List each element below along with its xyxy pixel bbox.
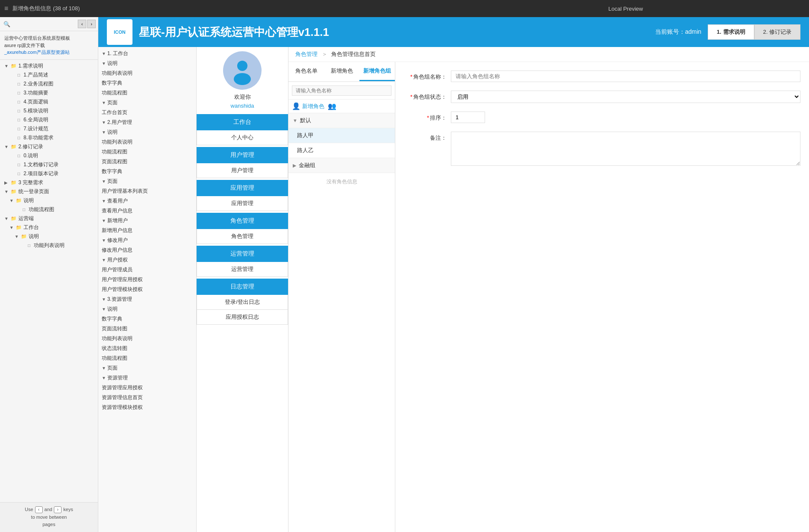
nav-res-func-flow[interactable]: 功能流程图	[98, 353, 196, 363]
nav-user-page-flow[interactable]: 页面流程图	[98, 157, 196, 167]
tree-item-revision[interactable]: ▼ 📁 2.修订记录	[0, 142, 98, 151]
tree-item-ops[interactable]: ▼ 📁 运营端	[0, 214, 98, 223]
nav-btn-log-app-auth[interactable]: 应用授权日志	[197, 310, 288, 325]
nav-res-dict[interactable]: 数字字典	[98, 314, 196, 324]
tree-item-complete[interactable]: ▶ 📁 3 完整需求	[0, 178, 98, 187]
nav-res-pages[interactable]: ▼页面	[98, 363, 196, 373]
tree-item-needs[interactable]: ▼ 📁 1.需求说明	[0, 62, 98, 71]
nav-btn-user-mgmt-sub[interactable]: 用户管理	[197, 163, 288, 178]
nav-btn-ops-mgmt[interactable]: 运营管理	[197, 246, 288, 262]
nav-btn-log-login[interactable]: 登录/登出日志	[197, 295, 288, 310]
role-group-finance[interactable]: ▶ 金融组	[288, 158, 395, 173]
form-row-sort: 排序：	[404, 112, 800, 123]
nav-res-app-auth[interactable]: 资源管理应用授权	[98, 383, 196, 393]
nav-prev-button[interactable]: ‹	[78, 20, 86, 28]
role-item-luren-jia[interactable]: 路人甲	[288, 128, 395, 143]
breadcrumb: 角色管理 ＞ 角色管理信息首页	[288, 47, 809, 62]
left-key-icon: ‹	[35, 506, 43, 513]
tree-item-design[interactable]: □ 7.设计规范	[0, 124, 98, 133]
add-role-group-button[interactable]: 👥	[328, 102, 336, 110]
role-search-bar	[288, 82, 395, 100]
nav-user-module-auth[interactable]: 用户管理模块授权	[98, 285, 196, 294]
nav-btn-role-mgmt[interactable]: 角色管理	[197, 213, 288, 229]
nav-desc[interactable]: ▼说明	[98, 59, 196, 68]
tree-item-login[interactable]: ▼ 📁 统一登录页面	[0, 187, 98, 196]
tree-item-nonfunc[interactable]: □ 8.非功能需求	[0, 133, 98, 142]
nav-res-desc[interactable]: ▼说明	[98, 304, 196, 314]
form-input-sort[interactable]	[451, 112, 485, 123]
nav-res-module-auth[interactable]: 资源管理模块授权	[98, 403, 196, 412]
nav-add-user[interactable]: ▼新增用户	[98, 216, 196, 226]
nav-workbench[interactable]: ▼1. 工作台	[98, 49, 196, 59]
nav-user-desc[interactable]: ▼说明	[98, 127, 196, 137]
tree-item-func-list[interactable]: □ 功能列表说明	[0, 241, 98, 250]
nav-next-button[interactable]: ›	[87, 20, 96, 28]
nav-edit-user[interactable]: ▼修改用户	[98, 235, 196, 245]
tab-role-list[interactable]: 角色名单	[288, 62, 324, 81]
no-role-info: 没有角色信息	[288, 173, 395, 191]
form-input-group-name[interactable]	[451, 71, 800, 82]
tab-add-role[interactable]: 新增角色	[324, 62, 359, 81]
tree-item-module[interactable]: □ 5.模块说明	[0, 106, 98, 115]
nav-user-func[interactable]: 功能列表说明	[98, 137, 196, 147]
nav-user-flow[interactable]: 功能流程图	[98, 147, 196, 157]
tree-item-workbench[interactable]: ▼ 📁 工作台	[0, 223, 98, 232]
nav-btn-workbench[interactable]: 工作台	[197, 114, 288, 130]
form-textarea-remark[interactable]	[451, 132, 800, 166]
header-tab-needs[interactable]: 1. 需求说明	[708, 24, 754, 40]
nav-btn-role-mgmt-sub[interactable]: 角色管理	[197, 229, 288, 244]
page-icon: □	[15, 135, 22, 141]
nav-res-home[interactable]: 资源管理信息首页	[98, 393, 196, 403]
nav-resource-mgmt[interactable]: ▼3.资源管理	[98, 294, 196, 304]
role-group-default[interactable]: ▼ 默认	[288, 113, 395, 128]
app-layout: 欢迎你 wanshida 工作台 个人中心 用户管理 用户管理 应用管理 应用管…	[197, 47, 809, 532]
add-role-button[interactable]: 👤 新增角色	[292, 102, 324, 110]
nav-user-dict[interactable]: 数字字典	[98, 167, 196, 176]
sidebar-search-input[interactable]	[12, 21, 76, 27]
nav-user-app-auth[interactable]: 用户管理应用授权	[98, 275, 196, 285]
tab-add-role-group[interactable]: 新增角色组	[359, 62, 395, 81]
nav-user-mgmt[interactable]: ▼2.用户管理	[98, 118, 196, 127]
nav-btn-ops-mgmt-sub[interactable]: 运营管理	[197, 262, 288, 277]
tree-item-r1[interactable]: □ 1.文档修订记录	[0, 160, 98, 169]
nav-add-user-info[interactable]: 新增用户信息	[98, 226, 196, 235]
nav-res-page-flow[interactable]: 页面流转图	[98, 324, 196, 334]
nav-btn-log-mgmt[interactable]: 日志管理	[197, 279, 288, 295]
role-search-input[interactable]	[292, 85, 391, 96]
tree-item-flow[interactable]: □ 2.业务流程图	[0, 79, 98, 88]
breadcrumb-role[interactable]: 角色管理	[295, 51, 318, 57]
nav-view-user[interactable]: ▼查看用户	[98, 196, 196, 206]
nav-pages[interactable]: ▼页面	[98, 98, 196, 108]
nav-btn-app-mgmt-sub[interactable]: 应用管理	[197, 196, 288, 211]
nav-res-state-flow[interactable]: 状态流转图	[98, 344, 196, 353]
nav-user-auth[interactable]: ▼用户授权	[98, 255, 196, 265]
nav-btn-user-mgmt[interactable]: 用户管理	[197, 147, 288, 163]
tree-item-r0[interactable]: □ 0.说明	[0, 151, 98, 160]
nav-dict[interactable]: 数字字典	[98, 78, 196, 88]
sidebar-tree: ▼ 📁 1.需求说明 □ 1.产品简述 □ 2.业务流程图 □ 3.功能摘要	[0, 60, 98, 503]
tree-item-wb-desc[interactable]: ▼ 📁 说明	[0, 232, 98, 241]
nav-res-mgmt[interactable]: ▼资源管理	[98, 373, 196, 383]
nav-user-list[interactable]: 用户管理基本列表页	[98, 186, 196, 196]
nav-func-list[interactable]: 功能列表说明	[98, 68, 196, 78]
tree-item-func-flow[interactable]: □ 功能流程图	[0, 205, 98, 214]
tree-item-global[interactable]: □ 6.全局说明	[0, 115, 98, 124]
role-item-luren-yi[interactable]: 路人乙	[288, 143, 395, 158]
nav-group-workbench: 工作台 个人中心	[197, 114, 288, 145]
nav-btn-personal[interactable]: 个人中心	[197, 130, 288, 145]
header-tab-revision[interactable]: 2. 修订记录	[754, 24, 800, 40]
tree-item-product[interactable]: □ 1.产品简述	[0, 71, 98, 79]
tree-item-pagelogic[interactable]: □ 4.页面逻辑	[0, 97, 98, 106]
form-select-status[interactable]: 启用 禁用	[451, 91, 800, 103]
tree-item-r2[interactable]: □ 2.项目版本记录	[0, 169, 98, 178]
nav-user-pages[interactable]: ▼页面	[98, 176, 196, 186]
nav-flow[interactable]: 功能流程图	[98, 88, 196, 98]
nav-user-members[interactable]: 用户管理成员	[98, 265, 196, 275]
nav-edit-user-info[interactable]: 修改用户信息	[98, 245, 196, 255]
nav-workbench-home[interactable]: 工作台首页	[98, 108, 196, 118]
nav-btn-app-mgmt[interactable]: 应用管理	[197, 180, 288, 196]
nav-view-user-info[interactable]: 查看用户信息	[98, 206, 196, 216]
tree-item-login-desc[interactable]: ▼ 📁 说明	[0, 196, 98, 205]
tree-item-summary[interactable]: □ 3.功能摘要	[0, 88, 98, 97]
nav-res-func-list[interactable]: 功能列表说明	[98, 334, 196, 344]
